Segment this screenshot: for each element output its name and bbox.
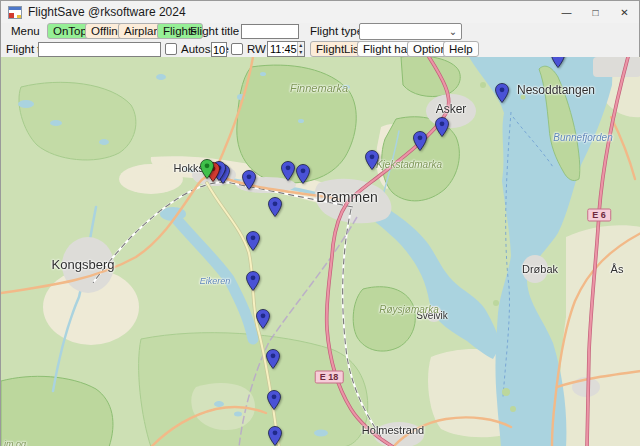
map-label-ås: Ås [611,263,624,275]
map-pin-blue[interactable] [495,83,509,103]
map-pin-blue[interactable] [242,170,256,190]
map-label-bunnefjorden: Bunnefjorden [553,132,613,143]
map-pin-blue[interactable] [551,57,565,68]
spinner-down-icon[interactable]: ▾ [298,49,304,56]
flight-title-filter-input[interactable] [241,24,299,39]
menu-button[interactable]: Menu [6,23,45,39]
map-label-holmestrand: Holmestrand [362,424,424,436]
map-label-svelvik: Svelvik [416,310,448,321]
map-label-kjekstadmarka: Kjekstadmarka [376,159,442,170]
autosave-interval-input[interactable] [211,42,227,57]
map-pin-blue[interactable] [246,271,260,291]
help-button[interactable]: Help [443,41,479,57]
road-shield-e18: E 18 [315,371,344,384]
spinner-up-icon[interactable]: ▴ [298,42,304,49]
window-title: FlightSave @rksoftware 2024 [28,5,186,19]
close-button[interactable]: ✕ [610,1,639,23]
map-label-kongsberg: Kongsberg [52,257,115,272]
toolbar-row-1: Menu OnTop Offline Airplane Flights Flig… [1,23,639,41]
map-label-eikeren: Eikeren [200,276,231,286]
map-label-drøbak: Drøbak [522,263,558,275]
map-label-drammen: Drammen [316,189,377,205]
chevron-down-icon: ⌄ [445,27,461,37]
autosave-checkbox[interactable] [165,43,177,55]
map-pin-blue[interactable] [268,197,282,217]
map-pin-blue[interactable] [268,426,282,446]
map-label-im-og: im og [4,439,26,446]
time-spinner[interactable]: ▴ ▾ [297,42,304,56]
map-label-asker: Asker [436,102,467,116]
time-picker[interactable]: 11:45 ▴ ▾ [267,41,305,57]
flight-title-input[interactable] [38,42,161,57]
map-pin-blue[interactable] [256,309,270,329]
maximize-button[interactable]: □ [581,1,610,23]
map-pin-blue[interactable] [413,131,427,151]
map-overlay: HokksundDrammenKongsbergAskerNesoddtange… [1,57,640,446]
rw-checkbox[interactable] [231,43,243,55]
map-pin-blue[interactable] [296,164,310,184]
map-canvas[interactable]: HokksundDrammenKongsbergAskerNesoddtange… [1,57,640,446]
app-icon [8,6,22,19]
map-pin-green[interactable] [200,159,214,179]
flight-type-filter-combobox[interactable]: ⌄ [359,23,462,40]
road-shield-e6: E 6 [587,209,611,222]
minimize-button[interactable]: — [552,1,581,23]
map-pin-blue[interactable] [281,161,295,181]
time-value: 11:45 [268,42,297,56]
toolbar-row-2: Flight title Autosave RW 11:45 ▴ ▾ Fligh… [1,41,639,57]
map-label-nesoddtangen: Nesoddtangen [517,83,595,97]
map-pin-blue[interactable] [267,390,281,410]
title-bar[interactable]: FlightSave @rksoftware 2024 — □ ✕ [1,1,639,23]
app-window: FlightSave @rksoftware 2024 — □ ✕ Menu O… [0,0,640,446]
map-pin-blue[interactable] [365,150,379,170]
rw-label: RW [247,43,266,55]
map-pin-blue[interactable] [435,117,449,137]
map-pin-blue[interactable] [246,231,260,251]
map-label-finnemarka: Finnemarka [290,82,348,94]
map-label-røysjømarka: Røysjømarka [379,304,438,315]
map-pin-blue[interactable] [266,349,280,369]
